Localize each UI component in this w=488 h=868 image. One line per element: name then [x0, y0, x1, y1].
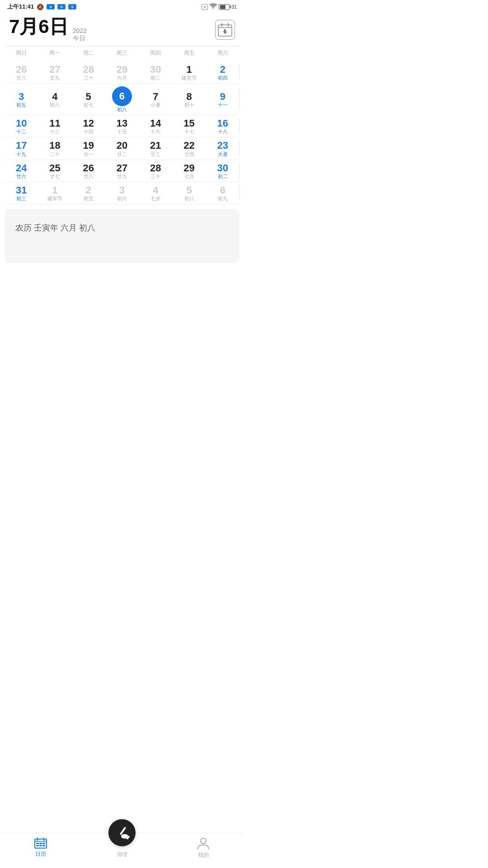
weekday-mon: 周一 [38, 47, 71, 60]
table-row[interactable]: 3 初五 [5, 84, 38, 115]
table-row[interactable]: 4 初六 [38, 84, 71, 115]
table-row[interactable]: 2 初五 [72, 182, 105, 204]
table-row[interactable]: 10 十二 [5, 115, 38, 137]
cal-num: 6 [112, 86, 132, 106]
table-row[interactable]: 21 廿三 [139, 137, 172, 159]
table-row[interactable]: 1 建军节 [38, 182, 71, 204]
cal-num: 9 [220, 91, 225, 102]
table-row[interactable]: 2 初四 [206, 61, 239, 83]
table-row[interactable]: 13 十五 [105, 115, 139, 137]
cal-num: 19 [83, 140, 94, 151]
table-row[interactable]: 30 初二 [139, 61, 172, 83]
status-right: ✕ 31 [202, 4, 237, 10]
cal-sub: 廿三 [150, 152, 160, 157]
cal-num: 12 [83, 118, 94, 129]
table-row[interactable]: 28 三十 [72, 61, 105, 83]
cal-sub: 初五 [16, 103, 26, 108]
table-row[interactable]: 5 初八 [172, 182, 206, 204]
cal-num: 6 [220, 185, 225, 196]
table-row[interactable]: 14 十六 [139, 115, 172, 137]
cal-num: 24 [16, 163, 27, 174]
table-row[interactable]: 29 六月 [105, 61, 139, 83]
row-divider [239, 141, 239, 156]
svg-text:6: 6 [224, 28, 227, 35]
header-left: 7月6日 2022 今日 [9, 17, 87, 42]
cal-sub: 建军节 [47, 196, 62, 201]
sim-icon: ✕ [202, 4, 208, 10]
table-row[interactable]: 22 廿四 [172, 137, 206, 159]
table-row[interactable]: 27 廿九 [105, 160, 139, 182]
table-row[interactable]: 30 初二 [206, 160, 239, 182]
cal-num: 5 [86, 91, 91, 102]
table-row[interactable]: 3 初六 [105, 182, 139, 204]
table-row[interactable]: 18 二十 [38, 137, 71, 159]
table-row[interactable]: 4 七夕 [139, 182, 172, 204]
cal-num: 15 [183, 118, 194, 129]
cal-sub: 十九 [16, 152, 26, 157]
cal-num: 2 [86, 185, 91, 196]
cal-num: 3 [19, 91, 24, 102]
table-row[interactable]: 6 初九 [206, 182, 239, 204]
cal-sub: 初八 [184, 196, 194, 201]
cal-num: 23 [217, 140, 228, 151]
weekday-sun: 周日 [5, 47, 38, 60]
cal-num: 26 [16, 64, 27, 75]
cal-sub: 廿六 [16, 174, 26, 179]
wifi-icon [210, 4, 217, 10]
cal-sub: 廿八 [16, 75, 26, 80]
cal-num: 22 [183, 140, 194, 151]
cal-sub: 初四 [218, 75, 228, 80]
cal-sub: 小暑 [150, 103, 160, 108]
row-divider [239, 89, 239, 110]
cal-sub: 六月 [117, 75, 127, 80]
cal-num: 20 [117, 140, 127, 151]
header-year-today: 2022 今日 [73, 27, 87, 42]
cal-sub: 七月 [184, 174, 194, 179]
cal-sub: 十八 [218, 129, 228, 134]
table-row[interactable]: 16 十八 [206, 115, 239, 137]
cal-num: 11 [49, 118, 60, 129]
cal-sub: 十三 [50, 129, 60, 134]
table-row[interactable]: 7 小暑 [139, 84, 172, 115]
cal-num: 26 [83, 163, 94, 174]
status-icon-3: 0 [68, 4, 76, 9]
today-button[interactable]: 6 [215, 20, 235, 40]
cal-num: 30 [217, 163, 228, 174]
cal-sub: 七夕 [150, 196, 160, 201]
header: 7月6日 2022 今日 6 [0, 13, 244, 46]
cal-sub: 廿七 [50, 174, 60, 179]
table-row[interactable]: 31 初三 [5, 182, 38, 204]
table-row[interactable]: 17 十九 [5, 137, 38, 159]
cal-num: 4 [153, 185, 158, 196]
calendar-grid: 26 廿八 27 廿九 28 三十 29 六月 30 初二 1 建党节 2 初四… [5, 61, 239, 204]
table-row[interactable]: 9 十一 [206, 84, 239, 115]
row-divider [239, 118, 239, 134]
table-row[interactable]: 26 廿八 [72, 160, 105, 182]
table-row[interactable]: 24 廿六 [5, 160, 38, 182]
table-row[interactable]: 12 十四 [72, 115, 105, 137]
table-row[interactable]: 1 建党节 [172, 61, 206, 83]
table-row[interactable]: 26 廿八 [5, 61, 38, 83]
table-row[interactable]: 20 廿二 [105, 137, 139, 159]
table-row[interactable]: 8 初十 [172, 84, 206, 115]
row-separator [5, 204, 239, 204]
cal-sub: 三十 [84, 75, 94, 80]
cal-sub: 十六 [150, 129, 160, 134]
cal-num: 29 [117, 64, 127, 75]
table-row[interactable]: 6 初八 [105, 84, 139, 115]
table-row[interactable]: 29 七月 [172, 160, 206, 182]
table-row[interactable]: 19 廿一 [72, 137, 105, 159]
table-row[interactable]: 11 十三 [38, 115, 71, 137]
cal-num: 4 [52, 91, 57, 102]
table-row[interactable]: 28 三十 [139, 160, 172, 182]
battery-icon [219, 4, 230, 10]
table-row[interactable]: 5 初七 [72, 84, 105, 115]
table-row[interactable]: 25 廿七 [38, 160, 71, 182]
cal-sub: 初二 [218, 174, 228, 179]
table-row[interactable]: 27 廿九 [38, 61, 71, 83]
cal-num: 27 [117, 163, 127, 174]
table-row[interactable]: 23 大暑 [206, 137, 239, 159]
cal-sub: 二十 [50, 152, 60, 157]
cal-sub: 初七 [84, 103, 94, 108]
table-row[interactable]: 15 十七 [172, 115, 206, 137]
